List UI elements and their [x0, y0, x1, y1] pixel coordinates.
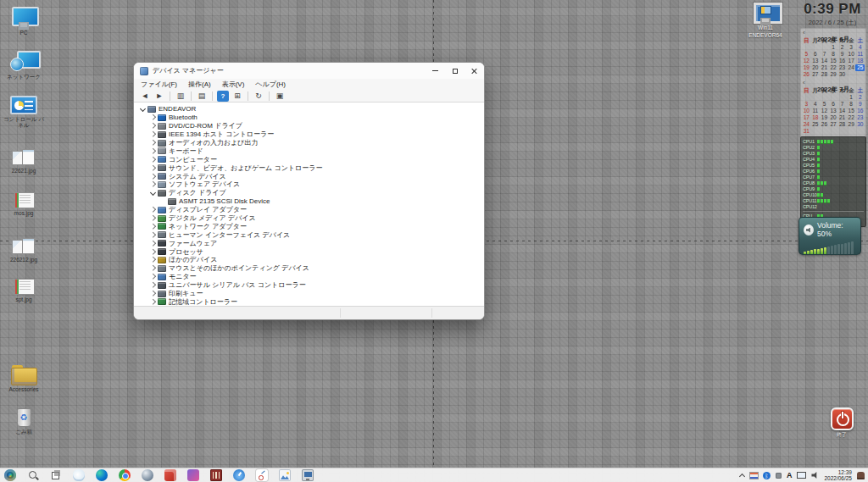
- maximize-button[interactable]: [445, 63, 465, 79]
- calendar-day[interactable]: 28: [820, 71, 829, 78]
- computer-list-button[interactable]: ⊞: [231, 91, 243, 102]
- calendar-day[interactable]: [847, 128, 856, 135]
- calendar-day[interactable]: 25: [855, 64, 865, 71]
- clock-gadget[interactable]: 0:39 PM 2022 / 6 / 25 (土): [798, 1, 866, 27]
- calendar-day[interactable]: 22: [847, 114, 856, 121]
- calendar-day[interactable]: 12: [802, 58, 811, 64]
- chevron-right-icon[interactable]: [149, 147, 157, 154]
- task-view-taskbar-icon[interactable]: [50, 469, 62, 481]
- calendar-day[interactable]: 2: [837, 44, 847, 51]
- chevron-right-icon[interactable]: [149, 131, 157, 138]
- desktop-icon-win11-endevor64[interactable]: Win11 ENDEVOR64: [741, 3, 790, 38]
- calendar-day[interactable]: 8: [829, 51, 838, 58]
- calendar-day[interactable]: 5: [802, 51, 811, 58]
- menu-item-3[interactable]: ヘルプ(H): [255, 80, 286, 89]
- calendar-day[interactable]: 19: [820, 114, 829, 121]
- chevron-right-icon[interactable]: [149, 265, 157, 272]
- tray-clock[interactable]: 12:39 2022/06/25: [824, 469, 852, 482]
- chrome-taskbar-icon[interactable]: [119, 469, 131, 481]
- chevron-right-icon[interactable]: [149, 223, 157, 230]
- calendar-day[interactable]: 19: [802, 64, 811, 71]
- calendar-day[interactable]: [820, 128, 829, 135]
- calendar-day[interactable]: 4: [811, 101, 821, 108]
- calendar-day[interactable]: 26: [802, 71, 811, 78]
- calendar-day[interactable]: 5: [820, 101, 829, 108]
- volume-bars[interactable]: [804, 241, 856, 254]
- calendar-day[interactable]: 4: [855, 44, 865, 51]
- calendar-day[interactable]: [802, 44, 811, 51]
- chevron-right-icon[interactable]: [149, 114, 157, 121]
- calendar-day[interactable]: 11: [855, 51, 865, 58]
- calendar-day[interactable]: 21: [837, 114, 847, 121]
- calendar-day[interactable]: 2: [855, 94, 865, 101]
- calendar-day[interactable]: 20: [829, 114, 838, 121]
- desktop-icon-img-mos[interactable]: mos.jpg: [0, 191, 47, 216]
- calendar-day[interactable]: [829, 94, 838, 101]
- calendar-day[interactable]: 23: [837, 64, 847, 71]
- calendar-day[interactable]: 28: [837, 121, 847, 128]
- calendar-gadget[interactable]: ‹2022年 6月日月火水木金土123456789101112131415161…: [800, 28, 866, 137]
- calendar-day[interactable]: [855, 128, 865, 135]
- menu-item-0[interactable]: ファイル(F): [141, 80, 177, 89]
- desktop-icon-accessories[interactable]: Accessories: [0, 365, 47, 392]
- calendar-day[interactable]: [820, 44, 829, 51]
- snipping-tool-taskbar-icon[interactable]: [256, 469, 268, 481]
- calendar-day[interactable]: [811, 44, 821, 51]
- calendar-day[interactable]: 3: [802, 101, 811, 108]
- ime-mode-indicator[interactable]: A: [787, 471, 793, 479]
- tree-item-endeavor[interactable]: ENDEAVOR: [134, 105, 484, 114]
- desktop-icon-pc[interactable]: PC: [0, 7, 47, 36]
- edge-taskbar-icon[interactable]: [96, 469, 108, 481]
- calendar-day[interactable]: 30: [837, 71, 847, 78]
- calendar-day[interactable]: 13: [829, 108, 838, 114]
- calendar-day[interactable]: [829, 128, 838, 135]
- calendar-day[interactable]: 16: [855, 108, 865, 114]
- chevron-right-icon[interactable]: [149, 231, 157, 238]
- search-taskbar-icon[interactable]: [27, 469, 39, 481]
- calendar-day[interactable]: 15: [847, 108, 856, 114]
- calendar-day[interactable]: 22: [829, 64, 838, 71]
- calendar-day[interactable]: [811, 94, 821, 101]
- minimize-button[interactable]: [426, 63, 445, 79]
- calendar-day[interactable]: 21: [820, 64, 829, 71]
- power-gadget[interactable]: 終了: [826, 407, 857, 439]
- photos-taskbar-icon[interactable]: [279, 469, 291, 481]
- browser-taskbar-icon[interactable]: [142, 469, 153, 481]
- close-button[interactable]: [465, 63, 484, 79]
- chevron-right-icon[interactable]: [149, 215, 157, 222]
- calendar-day[interactable]: 17: [847, 58, 856, 64]
- volume-gadget[interactable]: Volume: 50%: [798, 217, 861, 255]
- calendar-day[interactable]: 3: [847, 44, 856, 51]
- window-titlebar[interactable]: デバイス マネージャー: [134, 63, 484, 79]
- calendar-day[interactable]: [847, 71, 856, 78]
- calendar-day[interactable]: 16: [837, 58, 847, 64]
- calendar-day[interactable]: 1: [847, 94, 856, 101]
- calendar-day[interactable]: 24: [847, 64, 856, 71]
- calendar-day[interactable]: 29: [829, 71, 838, 78]
- chevron-right-icon[interactable]: [149, 282, 157, 289]
- calendar-day[interactable]: 27: [811, 71, 821, 78]
- app-w-taskbar-icon[interactable]: [210, 469, 222, 481]
- calendar-day[interactable]: 10: [802, 108, 811, 114]
- tree-item-storage-controllers[interactable]: 記憶域コントローラー: [134, 297, 484, 306]
- calendar-day[interactable]: 11: [811, 108, 821, 114]
- calendar-day[interactable]: [811, 128, 821, 135]
- desktop-icon-recycle-bin[interactable]: ごみ箱: [0, 408, 47, 435]
- calendar-day[interactable]: 12: [820, 108, 829, 114]
- calendar-day[interactable]: [802, 94, 811, 101]
- calendar-day[interactable]: 6: [829, 101, 838, 108]
- chevron-right-icon[interactable]: [149, 173, 157, 180]
- calendar-day[interactable]: 15: [829, 58, 838, 64]
- desktop-icon-img-spt[interactable]: spt.jpg: [0, 278, 47, 302]
- calendar-day[interactable]: [837, 128, 847, 135]
- calendar-day[interactable]: 18: [855, 58, 865, 64]
- tree-item-disk-drives[interactable]: ディスク ドライブ: [134, 189, 484, 197]
- tray-app-icon[interactable]: [776, 473, 782, 479]
- calendar-day[interactable]: 8: [847, 101, 856, 108]
- calendar-day[interactable]: 31: [802, 128, 811, 135]
- tray-flag-icon[interactable]: [750, 473, 758, 479]
- power-button-icon[interactable]: [831, 407, 854, 430]
- scan-hardware-button[interactable]: ↻: [253, 91, 264, 102]
- chevron-right-icon[interactable]: [149, 248, 157, 255]
- calendar-day[interactable]: 23: [855, 114, 865, 121]
